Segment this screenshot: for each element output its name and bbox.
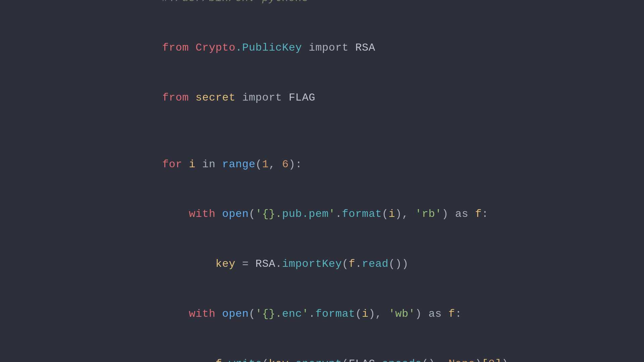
importkey-method: importKey [282, 258, 342, 270]
module-publickey: PublicKey [242, 42, 302, 54]
var-key2: key [269, 358, 289, 362]
open-func2: open [222, 308, 249, 320]
format-method1: format [342, 208, 382, 220]
line-shebang: #!/usr/bin/env python3 [136, 0, 508, 23]
var-f2: f [348, 258, 355, 270]
flag-var: FLAG [289, 92, 315, 104]
as-keyword1: as [455, 208, 469, 220]
var-key: key [216, 258, 236, 270]
rsa-class: RSA [355, 42, 375, 54]
num-6: 6 [282, 158, 289, 171]
format-method2: format [315, 308, 355, 320]
pub-method: pub [282, 208, 302, 220]
var-f3: f [448, 308, 455, 320]
for-keyword: for [162, 158, 182, 171]
in-keyword: in [202, 158, 216, 171]
import-keyword2: import [242, 92, 282, 104]
flag-ref2: FLAG [348, 358, 375, 362]
shebang-comment: #!/usr/bin/env python3 [162, 0, 309, 4]
var-f1: f [475, 208, 482, 220]
line-import2: from secret import FLAG [136, 73, 508, 123]
string-wb: 'wb' [388, 308, 415, 320]
none-keyword: None [448, 358, 475, 362]
as-keyword2: as [429, 308, 442, 320]
read-method: read [362, 258, 388, 270]
enc-method: enc [282, 308, 302, 320]
var-i3: i [362, 308, 369, 320]
with-keyword2: with [189, 308, 215, 320]
var-f4: f [216, 358, 222, 362]
line-write: f.write(key.encrypt(FLAG.encode(), None)… [136, 339, 508, 362]
line-for: for i in range(1, 6): [136, 139, 508, 189]
num-0: 0 [488, 358, 495, 362]
blank-line-1 [136, 123, 508, 139]
line-import1: from Crypto.PublicKey import RSA [136, 23, 508, 73]
encode-method: encode [382, 358, 422, 362]
open-func1: open [222, 208, 249, 220]
line-with1: with open('{}.pub.pem'.format(i), 'rb') … [136, 189, 508, 239]
string-pub-pem: '{}. [256, 208, 282, 220]
import-keyword1: import [309, 42, 348, 54]
range-func: range [222, 158, 255, 171]
string-rb: 'rb' [415, 208, 442, 220]
pem-method: pem [309, 208, 329, 220]
from-keyword2: from [162, 92, 189, 104]
var-i: i [189, 158, 196, 171]
num-1: 1 [262, 158, 269, 171]
module-crypto: Crypto [196, 42, 235, 54]
string-enc: '{}. [256, 308, 282, 320]
from-keyword: from [162, 42, 189, 54]
write-method: write [229, 358, 262, 362]
bracket-close: ] [495, 358, 502, 362]
encrypt-method: encrypt [296, 358, 342, 362]
line-key: key = RSA.importKey(f.read()) [136, 239, 508, 289]
dot1: . [235, 42, 242, 54]
code-block: #!/usr/bin/env python3 from Crypto.Publi… [115, 0, 528, 362]
rsa-ref: RSA [256, 258, 276, 270]
var-i2: i [388, 208, 395, 220]
bracket-open: [ [482, 358, 488, 362]
with-keyword1: with [189, 208, 215, 220]
line-with2: with open('{}.enc'.format(i), 'wb') as f… [136, 289, 508, 339]
module-secret: secret [196, 92, 235, 104]
